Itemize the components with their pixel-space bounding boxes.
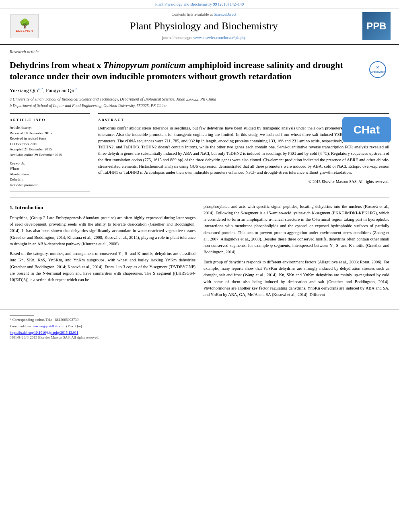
- crossmark-label: CrossMark: [370, 70, 385, 74]
- tree-icon: 🌳: [19, 19, 30, 28]
- footnote-separator: [10, 315, 34, 316]
- keyword-2: Abiotic stress: [10, 172, 90, 177]
- article-info-title: ARTICLE INFO: [10, 117, 90, 123]
- authors-line: Yu-xiang Qina, *, Fangyuan Qinb: [10, 86, 389, 94]
- email-suffix: (Y.-x. Qin).: [66, 324, 83, 328]
- author2-name: Fangyuan Qin: [46, 87, 76, 93]
- article-title-section: Dehydrins from wheat x Thinopyrum pontic…: [10, 60, 389, 82]
- ppb-text: PPB: [366, 19, 386, 33]
- section-divider: [10, 197, 389, 198]
- history-accepted: Accepted 21 December 2015: [10, 147, 90, 152]
- journal-header: 🌳 ELSEVIER Contents lists available at S…: [0, 8, 399, 45]
- intro-para3: phosphorylated and acts with specific si…: [204, 203, 389, 256]
- crossmark-area: ✕ CrossMark: [369, 61, 389, 78]
- intro-para4: Each group of dehydrins responds to diff…: [204, 259, 389, 298]
- journal-reference-bar: Plant Physiology and Biochemistry 99 (20…: [0, 0, 399, 8]
- ppb-logo-area: PPB: [360, 12, 393, 40]
- article-history: Article history: Received 10 December 20…: [10, 125, 90, 158]
- body-content: 1. Introduction Dehydrins, (Group 2 Late…: [10, 203, 389, 302]
- affiliation-a: a University of Jinan, School of Biologi…: [10, 97, 389, 102]
- intro-para1: Dehydrins, (Group 2 Late Embryogenesis A…: [10, 215, 195, 247]
- article-type: Research article: [10, 49, 389, 57]
- affil-b-text: b Department of School of Liquor and Foo…: [10, 103, 167, 108]
- body-right-col: phosphorylated and acts with specific si…: [204, 203, 389, 302]
- info-abstract-row: ARTICLE INFO Article history: Received 1…: [10, 113, 389, 191]
- author1-sup: a, *: [38, 87, 43, 91]
- keyword-1: Wheat: [10, 166, 90, 171]
- article-title: Dehydrins from wheat x Thinopyrum pontic…: [10, 60, 365, 82]
- science-direct-link[interactable]: ScienceDirect: [214, 12, 236, 16]
- history-label: Article history:: [10, 125, 90, 130]
- history-revised-date: 17 December 2015: [10, 142, 90, 147]
- email-link[interactable]: yuxiangqin@126.com: [33, 324, 65, 328]
- article-info-column: ARTICLE INFO Article history: Received 1…: [10, 113, 90, 191]
- doi-link[interactable]: http://dx.doi.org/10.1016/j.jplaphy.2015…: [10, 331, 78, 335]
- keyword-4: Inducible promoter: [10, 183, 90, 188]
- author1-name: Yu-xiang Qin: [10, 87, 38, 93]
- main-content: Research article Dehydrins from wheat x …: [0, 45, 399, 305]
- body-left-col: 1. Introduction Dehydrins, (Group 2 Late…: [10, 203, 195, 302]
- doi-line: http://dx.doi.org/10.1016/j.jplaphy.2015…: [10, 330, 389, 335]
- contents-text: Contents lists available at: [171, 12, 214, 16]
- affil-a-text: a University of Jinan, School of Biologi…: [10, 97, 216, 101]
- homepage-line: journal homepage: www.elsevier.com/locat…: [47, 35, 360, 41]
- crossmark-icon: ✕: [376, 65, 379, 70]
- ppb-logo: PPB: [362, 12, 391, 40]
- crossmark-badge: ✕ CrossMark: [369, 61, 386, 78]
- email-label: E-mail address:: [10, 324, 33, 328]
- abstract-copyright: © 2015 Elsevier Masson SAS. All rights r…: [98, 179, 389, 185]
- title-text-1: Dehydrins from wheat x: [10, 60, 103, 70]
- keyword-3: Dehydrin: [10, 177, 90, 182]
- journal-title: Plant Physiology and Biochemistry: [47, 19, 360, 33]
- affiliation-b: b Department of School of Liquor and Foo…: [10, 103, 389, 109]
- science-direct-line: Contents lists available at ScienceDirec…: [47, 12, 360, 17]
- history-received: Received 10 December 2015: [10, 131, 90, 136]
- journal-reference-text: Plant Physiology and Biochemistry 99 (20…: [155, 2, 244, 6]
- affiliations: a University of Jinan, School of Biologi…: [10, 97, 389, 109]
- chat-button[interactable]: CHat: [342, 117, 391, 142]
- elsevier-logo-area: 🌳 ELSEVIER: [6, 14, 43, 38]
- homepage-prefix: journal homepage:: [162, 35, 193, 40]
- elsevier-logo: 🌳 ELSEVIER: [10, 14, 39, 38]
- author2-sup: b: [76, 87, 78, 91]
- page-footer: * Corresponding author. Tel.: +861306509…: [0, 309, 399, 342]
- article-info-box: ARTICLE INFO Article history: Received 1…: [10, 113, 90, 191]
- email-note: E-mail address: yuxiangqin@126.com (Y.-x…: [10, 324, 389, 329]
- elsevier-label: ELSEVIER: [16, 29, 33, 33]
- corresponding-text: * Corresponding author. Tel.: +861306509…: [10, 318, 80, 322]
- intro-para2: Based on the category, number, and arran…: [10, 251, 195, 283]
- keywords-section: Keywords: Wheat Abiotic stress Dehydrin …: [10, 161, 90, 188]
- intro-heading: 1. Introduction: [10, 203, 195, 212]
- title-italic: Thinopyrum ponticum: [103, 60, 186, 70]
- corresponding-author-note: * Corresponding author. Tel.: +861306509…: [10, 317, 389, 322]
- history-revised-label: Received in revised form: [10, 136, 90, 141]
- issn-line: 0981-8428/© 2015 Elsevier Masson SAS. Al…: [10, 335, 389, 340]
- keywords-label: Keywords:: [10, 161, 90, 166]
- homepage-link[interactable]: www.elsevier.com/locate/plaphy: [193, 35, 245, 40]
- journal-center-info: Contents lists available at ScienceDirec…: [47, 12, 360, 41]
- history-available: Available online 29 December 2015: [10, 152, 90, 158]
